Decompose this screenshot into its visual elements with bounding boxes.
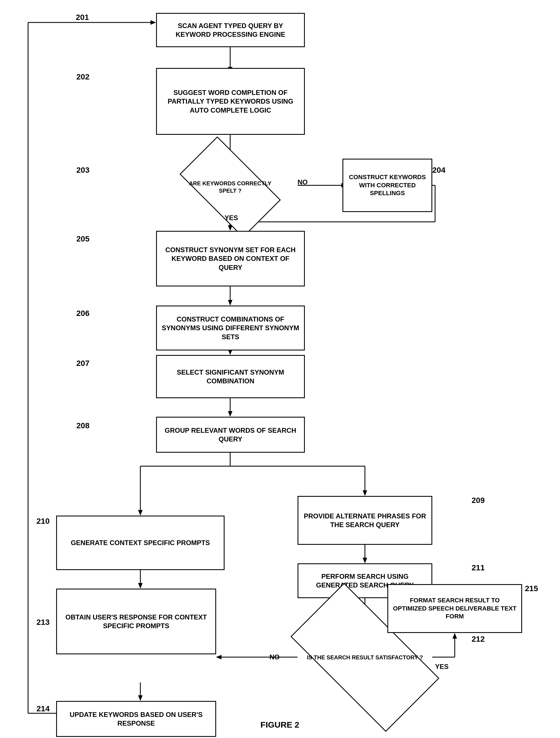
svg-marker-24 (363, 490, 367, 496)
label-201: 201 (76, 13, 89, 22)
box-215: FORMAT SEARCH RESULT TO OPTIMIZED SPEECH… (387, 584, 522, 633)
label-212-no: NO (269, 653, 279, 661)
box-207: SELECT SIGNIFICANT SYNONYM COMBINATION (156, 355, 305, 398)
label-213: 213 (36, 618, 50, 627)
box-208: GROUP RELEVANT WORDS OF SEARCH QUERY (156, 417, 305, 453)
label-214: 214 (36, 704, 50, 713)
label-212-yes: YES (435, 663, 449, 671)
label-210: 210 (36, 517, 50, 526)
label-207: 207 (76, 359, 89, 368)
box-202: SUGGEST WORD COMPLETION OF PARTIALLY TYP… (156, 68, 305, 135)
label-204: 204 (432, 166, 446, 175)
label-203: 203 (76, 166, 89, 175)
label-202: 202 (76, 72, 89, 81)
label-203-no: NO (298, 178, 308, 186)
svg-marker-17 (228, 411, 232, 417)
box-205: CONSTRUCT SYNONYM SET FOR EACH KEYWORD B… (156, 231, 305, 287)
svg-marker-37 (138, 695, 143, 701)
svg-marker-30 (138, 583, 143, 589)
svg-marker-21 (138, 510, 143, 515)
label-215: 215 (525, 584, 538, 593)
label-208: 208 (76, 421, 89, 430)
label-211: 211 (472, 563, 485, 572)
box-214: UPDATE KEYWORDS BASED ON USER'S RESPONSE (56, 701, 216, 737)
label-209: 209 (472, 496, 485, 505)
box-210: GENERATE CONTEXT SPECIFIC PROMPTS (56, 515, 224, 570)
diamond-203: ARE KEYWORDS CORRECTLY SPELT ? (185, 160, 275, 214)
svg-marker-41 (150, 20, 156, 25)
label-206: 206 (76, 309, 89, 318)
diagram-container: 201 SCAN AGENT TYPED QUERY BY KEYWORD PR… (0, 0, 560, 738)
figure-caption: FIGURE 2 (224, 720, 336, 730)
box-206: CONSTRUCT COMBINATIONS OF SYNONYMS USING… (156, 306, 305, 350)
label-205: 205 (76, 235, 89, 244)
svg-marker-35 (453, 633, 457, 639)
label-212: 212 (472, 635, 485, 644)
svg-marker-13 (228, 300, 232, 306)
box-201: SCAN AGENT TYPED QUERY BY KEYWORD PROCES… (156, 13, 305, 47)
label-203-yes: YES (224, 214, 238, 222)
box-204: CONSTRUCT KEYWORDS WITH CORRECTED SPELLI… (343, 159, 432, 212)
box-213: OBTAIN USER'S RESPONSE FOR CONTEXT SPECI… (56, 589, 216, 654)
box-209: PROVIDE ALTERNATE PHRASES FOR THE SEARCH… (298, 496, 432, 545)
svg-marker-32 (216, 655, 221, 659)
svg-marker-26 (363, 558, 367, 563)
